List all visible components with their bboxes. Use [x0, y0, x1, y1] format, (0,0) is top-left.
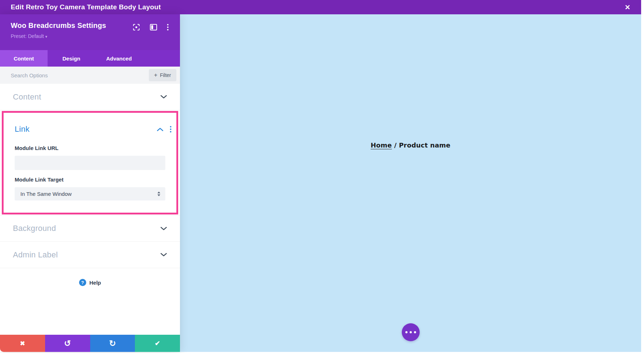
module-settings-panel: Woo Breadcrumbs Settings Preset: Default…	[0, 14, 180, 352]
search-bar: + Filter	[0, 67, 180, 84]
section-link[interactable]: Link	[4, 120, 176, 139]
tab-content[interactable]: Content	[0, 50, 48, 67]
panel-footer: ✖ ↺ ↻ ✔	[0, 335, 180, 352]
plus-icon: +	[154, 72, 157, 78]
module-link-target-select[interactable]: In The Same Window	[15, 187, 165, 200]
panel-body: Content Link Module Link URL	[0, 84, 180, 335]
tab-design[interactable]: Design	[48, 50, 95, 67]
close-icon[interactable]: ✕	[625, 0, 630, 14]
field-label: Module Link URL	[15, 145, 165, 151]
link-options-icon[interactable]	[170, 126, 171, 132]
ellipsis-icon	[405, 331, 408, 333]
sidebar-layout-icon[interactable]	[150, 24, 157, 30]
x-icon: ✖	[20, 340, 25, 347]
caret-down-icon: ▾	[45, 34, 48, 39]
search-input[interactable]	[11, 72, 149, 78]
breadcrumb: Home / Product name	[180, 141, 641, 149]
panel-header: Woo Breadcrumbs Settings Preset: Default…	[0, 14, 180, 50]
divi-builder-app: Edit Retro Toy Camera Template Body Layo…	[0, 0, 644, 353]
select-arrows-icon	[157, 192, 160, 196]
section-content[interactable]: Content	[0, 84, 180, 110]
chevron-down-icon	[160, 253, 167, 257]
expand-modal-icon[interactable]	[133, 24, 140, 31]
chevron-down-icon	[160, 95, 167, 99]
section-admin-label[interactable]: Admin Label	[0, 242, 180, 268]
help-button[interactable]: ? Help	[0, 279, 180, 286]
field-label: Module Link Target	[15, 176, 165, 183]
breadcrumb-current: Product name	[399, 141, 450, 149]
help-icon: ?	[79, 279, 86, 286]
save-button[interactable]: ✔	[135, 335, 180, 352]
module-options-button[interactable]	[402, 323, 420, 341]
section-background[interactable]: Background	[0, 215, 180, 242]
module-link-target-field: Module Link Target In The Same Window	[4, 176, 176, 200]
breadcrumb-separator: /	[392, 141, 399, 149]
breadcrumb-home-link[interactable]: Home	[371, 141, 392, 149]
filter-button[interactable]: + Filter	[149, 69, 176, 81]
tab-advanced[interactable]: Advanced	[95, 50, 143, 67]
top-bar: Edit Retro Toy Camera Template Body Layo…	[0, 0, 641, 14]
module-link-url-input[interactable]	[15, 156, 165, 170]
chevron-down-icon	[160, 227, 167, 231]
discard-button[interactable]: ✖	[0, 335, 45, 352]
link-section-highlight: Link Module Link URL Module Link Target	[2, 111, 178, 214]
check-icon: ✔	[155, 339, 160, 347]
more-options-icon[interactable]	[167, 24, 169, 30]
undo-icon: ↺	[64, 339, 71, 348]
redo-icon: ↻	[109, 339, 116, 348]
settings-tabs: Content Design Advanced	[0, 50, 180, 67]
undo-button[interactable]: ↺	[45, 335, 90, 352]
page-title: Edit Retro Toy Camera Template Body Layo…	[0, 3, 161, 11]
preview-canvas: Home / Product name	[180, 14, 641, 352]
module-link-url-field: Module Link URL	[4, 145, 176, 170]
preset-dropdown[interactable]: Preset: Default▾	[11, 33, 180, 39]
chevron-up-icon	[157, 127, 164, 131]
redo-button[interactable]: ↻	[90, 335, 135, 352]
